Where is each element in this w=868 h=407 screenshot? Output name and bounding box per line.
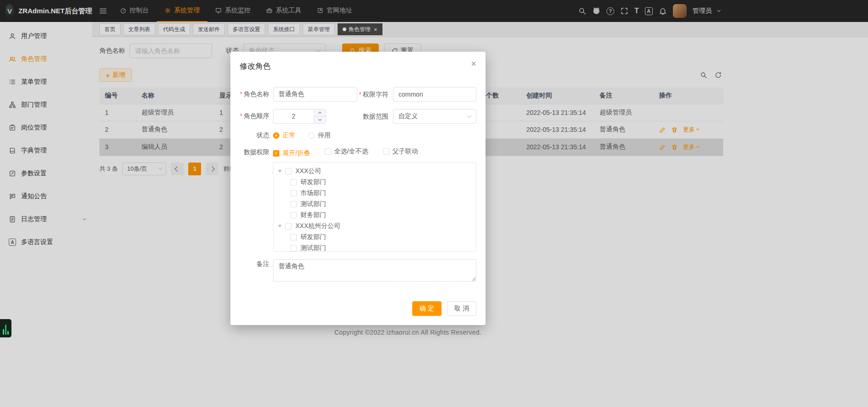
chevron-down-icon: [467, 114, 472, 118]
data-scope-select[interactable]: 自定义: [393, 109, 476, 124]
select-all-checkbox[interactable]: 全选/全不选: [325, 147, 368, 156]
caret-down-icon[interactable]: [278, 170, 282, 173]
remark-textarea[interactable]: 普通角色: [273, 259, 476, 282]
role-name-label: *角色名称: [240, 90, 269, 98]
data-permission-label: 数据权限: [240, 147, 269, 157]
data-scope-label: 数据范围: [363, 109, 388, 124]
checkbox-checked-icon: [273, 150, 279, 157]
increase-button[interactable]: [314, 109, 326, 117]
edit-role-dialog: 修改角色 × *角色名称 *权限字符 *角色顺序 2 数据范围 自定义: [230, 52, 486, 325]
checkbox-icon[interactable]: [285, 168, 292, 174]
floating-widget[interactable]: [0, 319, 11, 337]
tree-node[interactable]: 财务部门: [273, 210, 476, 221]
role-key-input[interactable]: [393, 87, 476, 102]
checkbox-icon[interactable]: [290, 212, 297, 218]
checkbox-icon[interactable]: [285, 223, 292, 229]
radio-icon: [308, 132, 315, 139]
chevron-down-icon: [318, 118, 322, 121]
dialog-footer: 确 定 取 消: [412, 301, 476, 316]
radio-icon: [273, 132, 279, 139]
caret-down-icon[interactable]: [278, 225, 282, 228]
tree-node[interactable]: 测试部门: [273, 243, 476, 252]
parent-child-link-checkbox[interactable]: 父子联动: [383, 147, 418, 156]
checkbox-icon[interactable]: [290, 234, 297, 240]
decrease-button[interactable]: [314, 117, 326, 124]
role-name-input[interactable]: [273, 87, 357, 102]
tree-node[interactable]: 市场部门: [273, 188, 476, 199]
permission-tree: XXX公司 研发部门 市场部门 测试部门: [273, 162, 476, 252]
checkbox-icon[interactable]: [290, 179, 297, 185]
remark-label: 备注: [240, 259, 269, 268]
tree-node[interactable]: 研发部门: [273, 177, 476, 188]
chevron-up-icon: [318, 112, 322, 115]
edit-role-form: *角色名称 *权限字符 *角色顺序 2 数据范围 自定义 状态: [240, 87, 476, 289]
role-order-input[interactable]: 2: [273, 109, 326, 124]
close-icon[interactable]: ×: [471, 59, 476, 68]
tree-node[interactable]: XXX杭州分公司: [273, 221, 476, 232]
tree-node[interactable]: 测试部门: [273, 199, 476, 210]
status-disabled-radio[interactable]: 停用: [308, 131, 331, 140]
role-order-label: *角色顺序: [240, 112, 269, 120]
confirm-button[interactable]: 确 定: [412, 301, 442, 316]
status-label: 状态: [240, 131, 269, 140]
status-normal-radio[interactable]: 正常: [273, 131, 295, 140]
tree-node[interactable]: XXX公司: [273, 166, 476, 177]
checkbox-icon[interactable]: [290, 201, 297, 207]
cancel-button[interactable]: 取 消: [447, 301, 476, 316]
role-key-label: *权限字符: [359, 87, 388, 102]
checkbox-icon[interactable]: [290, 245, 297, 251]
dialog-title: 修改角色: [240, 61, 476, 71]
tree-node[interactable]: 研发部门: [273, 232, 476, 243]
checkbox-icon: [383, 148, 389, 155]
checkbox-icon[interactable]: [290, 190, 297, 196]
expand-collapse-checkbox[interactable]: 展开/折叠: [273, 149, 310, 157]
checkbox-icon: [325, 148, 331, 155]
